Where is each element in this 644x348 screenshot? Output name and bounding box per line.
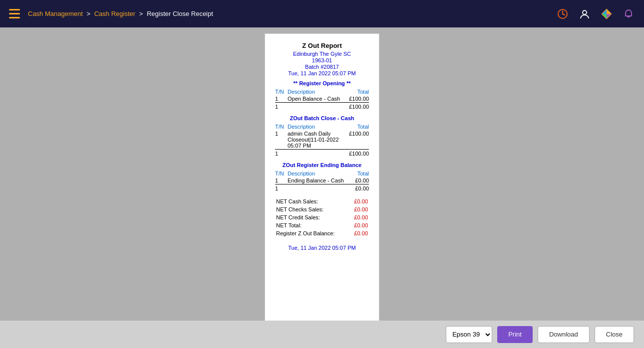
- receipt-batch: Batch #20817: [275, 64, 369, 70]
- s2-r1-tn: 1: [275, 130, 288, 150]
- net-cash-row: NET Cash Sales: £0.00: [276, 198, 368, 205]
- close-button[interactable]: Close: [595, 326, 634, 343]
- header: Cash Management > Cash Register > Regist…: [0, 0, 644, 27]
- s2-subtotal-tn: 1: [275, 150, 288, 158]
- breadcrumb-part1: Cash Management: [28, 10, 83, 17]
- s1-th-tn: T/N: [275, 88, 288, 95]
- s2-subtotal-empty: [288, 150, 349, 158]
- section1-table: T/N Description Total 1 Open Balance - C…: [275, 88, 369, 110]
- breadcrumb-sep2: >: [139, 10, 145, 17]
- net-credit-row: NET Credit Sales: £0.00: [276, 214, 368, 221]
- bottom-bar: Epson 39 Print Download Close: [0, 321, 644, 348]
- net-summary-table: NET Cash Sales: £0.00 NET Checks Sales: …: [275, 197, 369, 238]
- reg-zout-value: £0.00: [350, 230, 368, 237]
- breadcrumb: Cash Management > Cash Register > Regist…: [28, 10, 213, 17]
- section1-header: ** Register Opening **: [275, 80, 369, 86]
- download-button[interactable]: Download: [538, 326, 590, 343]
- net-checks-value: £0.00: [350, 206, 368, 213]
- s2-th-desc: Description: [288, 123, 349, 130]
- s1-r1-tn: 1: [275, 95, 288, 103]
- net-cash-value: £0.00: [350, 198, 368, 205]
- s2-r1-desc: admin Cash Daily Closeout|11-01-2022 05:…: [288, 130, 349, 150]
- s1-subtotal-empty: [288, 103, 346, 111]
- s1-th-total: Total: [346, 88, 369, 95]
- svg-point-3: [583, 10, 587, 14]
- net-credit-value: £0.00: [350, 214, 368, 221]
- receipt-title: Z Out Report: [275, 42, 369, 49]
- chart-icon[interactable]: [600, 7, 613, 20]
- s1-r1-desc: Open Balance - Cash: [288, 95, 346, 103]
- s3-subtotal-value: £0.00: [353, 184, 369, 192]
- s3-row-1: 1 Ending Balance - Cash £0.00: [275, 177, 369, 184]
- section2-table: T/N Description Total 1 admin Cash Daily…: [275, 123, 369, 157]
- hamburger-menu[interactable]: [9, 9, 20, 18]
- s2-r1-total: £100.00: [349, 130, 369, 150]
- section2-header-wrap: ZOut Batch Close - Cash: [275, 115, 369, 121]
- breadcrumb-part3: Register Close Receipt: [147, 10, 213, 17]
- printer-select-wrapper[interactable]: Epson 39: [446, 326, 492, 343]
- header-icons: [556, 7, 635, 20]
- s1-r1-total: £100.00: [346, 95, 369, 103]
- net-checks-label: NET Checks Sales:: [276, 206, 349, 213]
- s2-th-total: Total: [349, 123, 369, 130]
- s1-th-desc: Description: [288, 88, 346, 95]
- s3-subtotal-row: 1 £0.00: [275, 184, 369, 192]
- net-total-label: NET Total:: [276, 222, 349, 229]
- s3-r1-desc: Ending Balance - Cash: [288, 177, 353, 184]
- main-content: Z Out Report Edinburgh The Gyle SC 1963-…: [0, 27, 644, 348]
- section2-header: ZOut Batch Close - Cash: [275, 115, 369, 121]
- section3-table: T/N Description Total 1 Ending Balance -…: [275, 170, 369, 192]
- section3-header-wrap: ZOut Register Ending Balance: [275, 162, 369, 168]
- s2-th-tn: T/N: [275, 123, 288, 130]
- bell-icon[interactable]: [622, 7, 635, 20]
- print-button[interactable]: Print: [497, 326, 533, 343]
- s1-subtotal-tn: 1: [275, 103, 288, 111]
- s3-subtotal-tn: 1: [275, 184, 288, 192]
- s1-row-1: 1 Open Balance - Cash £100.00: [275, 95, 369, 103]
- net-total-row: NET Total: £0.00: [276, 222, 368, 229]
- receipt-code: 1963-01: [275, 57, 369, 63]
- section3-header: ZOut Register Ending Balance: [275, 162, 369, 168]
- receipt-paper: Z Out Report Edinburgh The Gyle SC 1963-…: [265, 33, 379, 328]
- user-icon[interactable]: [578, 7, 591, 20]
- printer-select[interactable]: Epson 39: [446, 327, 492, 343]
- s2-subtotal-row: 1 £100.00: [275, 150, 369, 158]
- reg-zout-row: Register Z Out Balance: £0.00: [276, 230, 368, 237]
- s3-r1-total: £0.00: [353, 177, 369, 184]
- s3-th-tn: T/N: [275, 170, 288, 177]
- s3-th-total: Total: [353, 170, 369, 177]
- reg-zout-label: Register Z Out Balance:: [276, 230, 349, 237]
- net-checks-row: NET Checks Sales: £0.00: [276, 206, 368, 213]
- breadcrumb-part2: Cash Register: [94, 10, 135, 17]
- s2-row-1: 1 admin Cash Daily Closeout|11-01-2022 0…: [275, 130, 369, 150]
- svg-line-2: [563, 14, 565, 15]
- net-cash-label: NET Cash Sales:: [276, 198, 349, 205]
- header-left: Cash Management > Cash Register > Regist…: [9, 9, 213, 18]
- s2-subtotal-value: £100.00: [349, 150, 369, 158]
- clock-icon[interactable]: [556, 7, 569, 20]
- s3-th-desc: Description: [288, 170, 353, 177]
- s1-subtotal-value: £100.00: [346, 103, 369, 111]
- s1-subtotal-row: 1 £100.00: [275, 103, 369, 111]
- breadcrumb-sep1: >: [86, 10, 92, 17]
- net-total-value: £0.00: [350, 222, 368, 229]
- net-credit-label: NET Credit Sales:: [276, 214, 349, 221]
- s3-subtotal-empty: [288, 184, 353, 192]
- receipt-datetime: Tue, 11 Jan 2022 05:07 PM: [275, 70, 369, 76]
- receipt-location: Edinburgh The Gyle SC: [275, 51, 369, 57]
- s3-r1-tn: 1: [275, 177, 288, 184]
- receipt-footer-date: Tue, 11 Jan 2022 05:07 PM: [275, 245, 369, 251]
